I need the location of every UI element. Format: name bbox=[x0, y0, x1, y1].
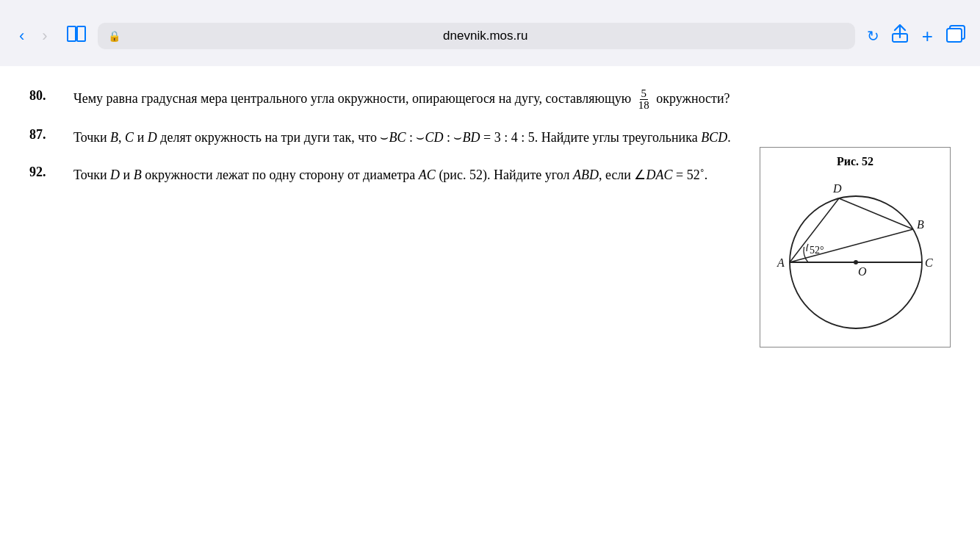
figure-title: Рис. 52 bbox=[771, 155, 939, 168]
problem-number-80: 80. bbox=[29, 88, 59, 104]
share-button[interactable] bbox=[891, 24, 909, 48]
circle-diagram: D B A C O 52° bbox=[771, 174, 940, 336]
problem-number-92: 92. bbox=[29, 165, 59, 180]
toolbar-actions: + bbox=[891, 24, 965, 48]
page-content: 80. Чему равна градусная мера центрально… bbox=[0, 66, 980, 551]
content-layout: 80. Чему равна градусная мера центрально… bbox=[29, 88, 951, 347]
forward-button[interactable]: › bbox=[37, 25, 51, 47]
problem-92: 92. Точки D и B окружности лежат по одну… bbox=[29, 165, 745, 186]
label-A: A bbox=[777, 256, 785, 269]
problem-number-87: 87. bbox=[29, 127, 59, 143]
problem-87: 87. Точки B, C и D делят окружность на т… bbox=[29, 127, 745, 148]
problem-text-80: Чему равна градусная мера центрального у… bbox=[73, 88, 745, 111]
label-B: B bbox=[917, 218, 924, 231]
figure-box: Рис. 52 bbox=[760, 147, 951, 347]
add-tab-button[interactable]: + bbox=[922, 25, 933, 48]
browser-chrome: ‹ › 🔒 dnevnik.mos.ru ↻ + bbox=[0, 0, 980, 66]
nav-buttons: ‹ › bbox=[15, 25, 52, 47]
refresh-button[interactable]: ↻ bbox=[867, 27, 879, 45]
fraction-numerator: 5 bbox=[640, 88, 649, 100]
label-D: D bbox=[832, 182, 842, 195]
url-text: dnevnik.mos.ru bbox=[126, 29, 845, 43]
label-C: C bbox=[925, 256, 933, 269]
svg-rect-1 bbox=[77, 26, 85, 41]
address-bar[interactable]: 🔒 dnevnik.mos.ru bbox=[98, 23, 855, 49]
lock-icon: 🔒 bbox=[108, 30, 120, 42]
bookmark-button[interactable] bbox=[67, 26, 86, 46]
browser-toolbar: ‹ › 🔒 dnevnik.mos.ru ↻ + bbox=[0, 0, 980, 66]
problem-text-92: Точки D и B окружности лежат по одну сто… bbox=[73, 165, 745, 186]
problem-text-87: Точки B, C и D делят окружность на три д… bbox=[73, 127, 745, 148]
svg-rect-4 bbox=[947, 29, 962, 42]
svg-rect-0 bbox=[68, 26, 76, 41]
problem-80: 80. Чему равна градусная мера центрально… bbox=[29, 88, 745, 111]
tabs-button[interactable] bbox=[946, 25, 965, 47]
back-button[interactable]: ‹ bbox=[15, 25, 29, 47]
angle-label: 52° bbox=[810, 245, 824, 256]
fraction-5-18: 5 18 bbox=[637, 88, 651, 111]
label-O: O bbox=[858, 265, 867, 278]
fraction-denominator: 18 bbox=[637, 100, 651, 111]
text-area: 80. Чему равна градусная мера центрально… bbox=[29, 88, 745, 202]
